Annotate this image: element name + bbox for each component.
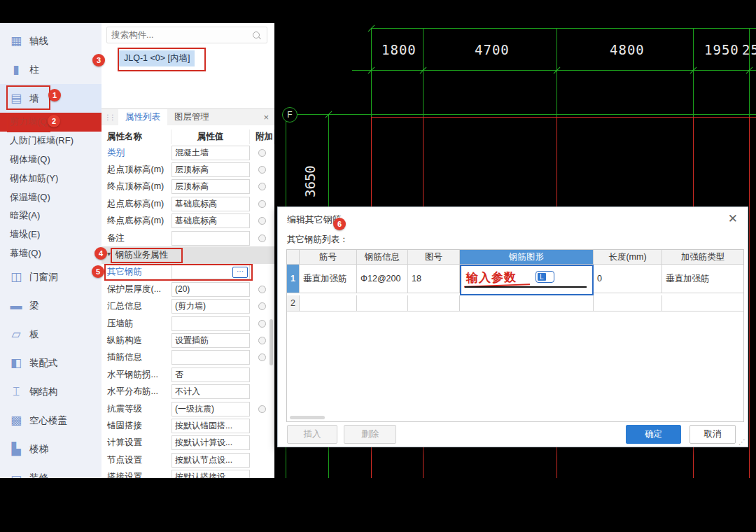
annotation-badge-4: 4 xyxy=(94,247,107,260)
property-value-input[interactable]: 按默认锚固搭... xyxy=(172,419,250,433)
cell-length[interactable] xyxy=(594,295,662,312)
attach-radio[interactable] xyxy=(258,149,266,157)
cell-shape-no[interactable] xyxy=(408,295,460,312)
property-value-text: (一级抗震) xyxy=(172,403,214,415)
sidebar-item-stairs[interactable]: ▙ 楼梯 xyxy=(0,435,102,463)
property-row: 终点顶标高(m) 层顶标高 xyxy=(102,178,274,195)
attach-radio[interactable] xyxy=(258,183,266,190)
sidebar-item-door-window-opening[interactable]: ◫ 门窗洞 xyxy=(0,262,102,291)
property-value-input[interactable]: 基础底标高 xyxy=(172,214,250,228)
panel-close-icon[interactable]: × xyxy=(263,112,269,122)
property-value-input[interactable] xyxy=(172,316,250,331)
panel-scrollbar[interactable] xyxy=(270,319,273,365)
col-header-shape: 钢筋图形 xyxy=(460,250,594,265)
property-value-input[interactable]: 设置插筋 xyxy=(172,333,250,348)
insert-button[interactable]: 插入 xyxy=(287,425,337,444)
property-name: 汇总信息 xyxy=(102,300,172,312)
sidebar-item-label: 门窗洞 xyxy=(29,271,58,284)
delete-button[interactable]: 删除 xyxy=(344,425,396,444)
property-value-input[interactable]: 否 xyxy=(172,368,250,382)
sidebar-item-axis[interactable]: ▦ 轴线 xyxy=(0,27,102,55)
annotation-badge-5: 5 xyxy=(92,265,104,278)
attach-radio[interactable] xyxy=(258,166,266,174)
property-value-input[interactable]: 不计入 xyxy=(172,384,250,399)
attach-radio[interactable] xyxy=(258,234,266,242)
attach-radio[interactable] xyxy=(258,286,266,293)
cell-reinforce-type[interactable]: 垂直加强筋 xyxy=(662,265,743,293)
col-header-bar-info: 钢筋信息 xyxy=(357,250,408,265)
search-input[interactable] xyxy=(107,30,253,40)
cell-bar-info[interactable] xyxy=(357,295,408,312)
attach-radio[interactable] xyxy=(258,200,266,208)
cell-length[interactable]: 0 xyxy=(594,265,662,293)
sidebar-item-curtain-wall[interactable]: 幕墙(Q) xyxy=(0,244,102,263)
property-value-input[interactable]: 按默认节点设... xyxy=(172,453,250,468)
property-row: 类别 混凝土墙 xyxy=(102,144,274,161)
rebar-table-row[interactable]: 2 xyxy=(287,295,743,312)
property-value-text: (剪力墙) xyxy=(172,300,206,312)
property-value-input[interactable]: 按默认计算设... xyxy=(172,435,250,450)
rebar-table-row[interactable]: 1 垂直加强筋 Φ12@200 18 输入参数 L 0 垂直加强筋 xyxy=(287,265,743,295)
sidebar-item-column[interactable]: ▮ 柱 xyxy=(0,55,102,84)
property-value-input[interactable]: 基础底标高 xyxy=(172,197,250,211)
sidebar-item-insulation-wall[interactable]: 保温墙(Q) xyxy=(0,188,102,206)
attach-radio[interactable] xyxy=(258,354,266,361)
cell-reinforce-type[interactable] xyxy=(662,295,743,312)
grid-line-vertical xyxy=(371,28,372,117)
shape-parameter-input[interactable]: L xyxy=(536,271,554,283)
attach-radio[interactable] xyxy=(258,320,266,328)
ok-button[interactable]: 确定 xyxy=(626,425,681,444)
property-row: 保护层厚度(... (20) xyxy=(102,281,274,298)
prefab-icon: ◧ xyxy=(8,357,24,369)
hollow-floor-icon: ▩ xyxy=(8,414,24,426)
cell-bar-id[interactable]: 垂直加强筋 xyxy=(300,265,357,293)
property-value-text: 不计入 xyxy=(172,386,200,398)
dialog-close-icon[interactable]: ✕ xyxy=(728,211,738,226)
cell-bar-info[interactable]: Φ12@200 xyxy=(357,265,408,293)
resize-grip-icon[interactable]: ⋰ xyxy=(738,438,746,446)
sidebar-item-masonry-reinforcement[interactable]: 砌体加筋(Y) xyxy=(0,169,102,188)
cell-bar-id[interactable] xyxy=(300,295,357,312)
sidebar-item-beam[interactable]: ▬ 梁 xyxy=(0,291,102,320)
cancel-button[interactable]: 取消 xyxy=(690,425,736,444)
attach-radio[interactable] xyxy=(258,302,266,310)
col-header-reinforce-type: 加强筋类型 xyxy=(662,250,743,265)
grid-line-vertical xyxy=(556,28,557,117)
sidebar-item-concealed-beam[interactable]: 暗梁(A) xyxy=(0,206,102,225)
property-value-input[interactable]: 层顶标高 xyxy=(172,179,250,194)
sidebar-item-label: 柱 xyxy=(29,64,39,76)
sidebar-item-masonry-wall[interactable]: 砌体墙(Q) xyxy=(0,150,102,169)
sidebar-item-wall-pier[interactable]: 墙垛(E) xyxy=(0,225,102,244)
property-value-input[interactable]: (20) xyxy=(172,282,250,297)
tab-layer-management[interactable]: 图层管理 xyxy=(167,109,216,125)
row-number[interactable]: 2 xyxy=(287,295,300,312)
attach-radio[interactable] xyxy=(258,217,266,225)
cell-shape-editor[interactable] xyxy=(460,295,594,312)
sidebar-item-slab[interactable]: ▱ 板 xyxy=(0,320,102,349)
property-value-input[interactable]: (一级抗震) xyxy=(172,402,250,416)
annotation-badge-1: 1 xyxy=(48,89,61,102)
property-value-input[interactable] xyxy=(172,231,250,246)
sidebar-item-hollow-floor[interactable]: ▩ 空心楼盖 xyxy=(0,406,102,435)
property-value-input[interactable]: 层顶标高 xyxy=(172,162,250,177)
table-hscrollbar[interactable] xyxy=(290,416,325,419)
cell-shape-editor[interactable]: 输入参数 L xyxy=(460,265,594,295)
property-value-text: (20) xyxy=(172,284,190,294)
property-value-input[interactable] xyxy=(172,350,250,365)
tab-property-list[interactable]: 属性列表 xyxy=(118,109,167,125)
row-number[interactable]: 1 xyxy=(287,265,300,293)
property-value-input[interactable]: 混凝土墙 xyxy=(172,146,250,160)
col-header-bar-id: 筋号 xyxy=(300,250,357,265)
cell-shape-no[interactable]: 18 xyxy=(408,265,460,293)
property-value-text: 否 xyxy=(172,369,183,381)
property-value-input[interactable]: (剪力墙) xyxy=(172,299,250,314)
component-search-box[interactable] xyxy=(106,27,267,43)
attach-radio[interactable] xyxy=(258,405,266,413)
sidebar-item-civil-defense-doorframe-wall[interactable]: 人防门框墙(RF) xyxy=(0,132,102,150)
attach-radio[interactable] xyxy=(258,337,266,344)
sidebar-item-label: 砌体加筋(Y) xyxy=(10,172,58,185)
drag-handle-icon[interactable]: ⋮⋮ xyxy=(104,114,114,121)
sidebar-item-prefab[interactable]: ◧ 装配式 xyxy=(0,349,102,377)
sidebar-item-steel-structure[interactable]: ⌶ 钢结构 xyxy=(0,377,102,406)
column-icon: ▮ xyxy=(8,64,24,76)
